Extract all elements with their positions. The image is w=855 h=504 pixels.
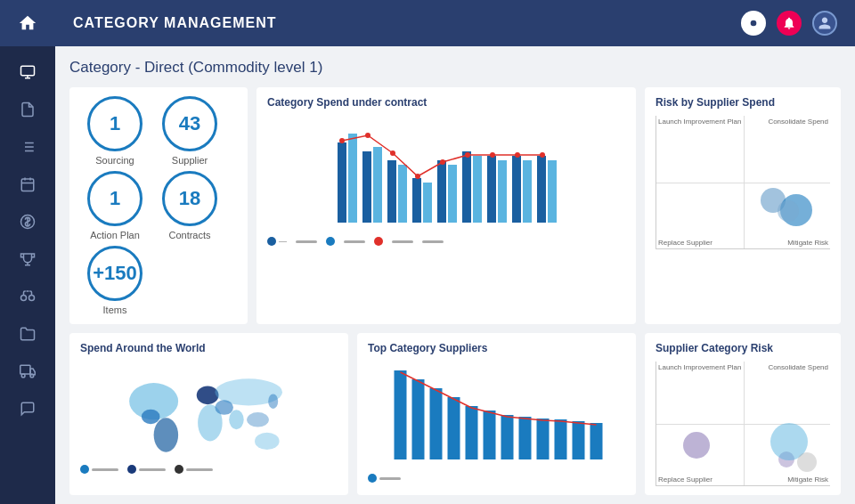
svg-rect-23 [348, 134, 357, 223]
kpi-items-circle: +150 [87, 246, 142, 301]
main-content: CATEGORY MANAGEMENT Category - Direct (C… [55, 0, 855, 504]
kpi-items: +150 Items [80, 246, 150, 315]
header: CATEGORY MANAGEMENT [55, 0, 855, 46]
v-line [744, 116, 745, 248]
svg-point-17 [29, 296, 35, 301]
risk-supplier-title: Risk by Supplier Spend [656, 96, 830, 109]
srisk-bl-label: Replace Supplier [658, 476, 712, 484]
sidebar-item-calendar[interactable] [0, 166, 55, 203]
svg-point-58 [255, 433, 280, 450]
sidebar-item-monitor[interactable] [0, 53, 55, 91]
kpi-contracts-circle: 18 [162, 171, 217, 226]
kpi-action-circle: 1 [87, 171, 142, 226]
page-title: Category - Direct (Commodity level 1) [69, 59, 841, 77]
risk-tl-label: Launch Improvement Plan [658, 118, 741, 126]
spend-chart-title: Category Spend under contract [267, 96, 625, 109]
world-map-container [80, 362, 338, 459]
bubble-3 [778, 200, 799, 222]
svg-rect-37 [523, 160, 532, 223]
svg-rect-71 [590, 423, 603, 459]
sidebar-item-chat[interactable] [0, 390, 55, 427]
sidebar-item-list[interactable] [0, 128, 55, 166]
sidebar-home-button[interactable] [0, 0, 55, 46]
top-suppliers-chart [368, 362, 625, 468]
svg-point-55 [215, 400, 233, 415]
svg-point-45 [465, 152, 470, 158]
srisk-bubble-1 [683, 432, 710, 459]
svg-point-21 [751, 20, 757, 27]
srisk-v-line [744, 362, 745, 485]
world-map-legend [80, 465, 338, 474]
svg-rect-35 [498, 160, 507, 223]
svg-point-52 [197, 386, 219, 405]
kpi-panel: 1 Sourcing 43 Supplier 1 Action Plan 18 … [69, 87, 248, 324]
svg-rect-60 [395, 370, 407, 459]
sidebar-item-dollar[interactable] [0, 203, 55, 240]
world-map-svg [80, 362, 338, 459]
user-avatar[interactable] [812, 11, 837, 36]
sidebar-item-trophy[interactable] [0, 240, 55, 278]
srisk-tl-label: Launch Improvement Plan [658, 363, 741, 371]
header-icons [741, 11, 837, 36]
svg-rect-0 [21, 66, 35, 76]
svg-point-44 [440, 159, 445, 165]
svg-rect-18 [20, 365, 30, 374]
world-map-panel: Spend Around the World [69, 333, 348, 495]
risk-br-label: Mitigate Risk [787, 239, 828, 247]
sidebar-item-file[interactable] [0, 91, 55, 128]
svg-rect-70 [573, 421, 585, 459]
svg-point-50 [142, 410, 160, 425]
svg-rect-22 [338, 142, 346, 223]
svg-rect-32 [462, 151, 471, 223]
sidebar-item-binoculars[interactable] [0, 278, 55, 315]
svg-rect-28 [412, 178, 421, 223]
kpi-supplier: 43 Supplier [155, 96, 224, 166]
svg-rect-65 [484, 411, 496, 459]
svg-point-19 [21, 374, 25, 378]
svg-rect-9 [21, 179, 34, 191]
risk-supplier-panel: Risk by Supplier Spend Launch Improvemen… [645, 87, 841, 324]
sidebar-item-truck[interactable] [0, 353, 55, 390]
svg-rect-36 [512, 156, 521, 223]
risk-tr-label: Consolidate Spend [768, 118, 828, 126]
notification-icon-white[interactable] [741, 11, 766, 36]
supplier-risk-panel: Supplier Category Risk Launch Improvemen… [645, 333, 841, 495]
sidebar-item-folder[interactable] [0, 315, 55, 353]
kpi-sourcing-circle: 1 [87, 96, 142, 151]
kpi-supplier-circle: 43 [162, 96, 217, 151]
svg-rect-38 [537, 156, 546, 223]
svg-point-40 [339, 138, 345, 143]
notification-icon-red[interactable] [777, 11, 802, 36]
risk-bl-label: Replace Supplier [658, 239, 712, 247]
kpi-action-plan: 1 Action Plan [80, 171, 150, 240]
svg-point-20 [30, 374, 34, 378]
spend-bar-chart [267, 116, 625, 232]
svg-rect-29 [423, 183, 432, 223]
top-suppliers-title: Top Category Suppliers [368, 342, 625, 354]
supplier-risk-title: Supplier Category Risk [656, 342, 830, 354]
svg-point-56 [229, 410, 244, 429]
svg-point-16 [21, 296, 27, 301]
svg-rect-63 [448, 397, 460, 459]
svg-point-46 [490, 152, 495, 158]
srisk-bubble-4 [797, 452, 817, 472]
world-map-title: Spend Around the World [80, 342, 338, 354]
svg-rect-33 [473, 156, 482, 223]
spend-chart-svg [267, 116, 625, 232]
srisk-br-label: Mitigate Risk [787, 476, 828, 484]
svg-rect-66 [501, 415, 514, 459]
svg-rect-39 [548, 160, 557, 223]
svg-point-41 [365, 133, 370, 138]
svg-rect-61 [412, 379, 425, 459]
spend-chart-legend: — [267, 237, 625, 246]
svg-rect-67 [519, 417, 532, 459]
supplier-risk-grid: Launch Improvement Plan Consolidate Spen… [656, 362, 830, 486]
srisk-tr-label: Consolidate Spend [768, 363, 828, 371]
row-2: Spend Around the World [69, 333, 841, 495]
svg-rect-26 [387, 160, 396, 223]
svg-point-59 [268, 394, 278, 409]
svg-point-48 [540, 152, 545, 158]
svg-point-42 [390, 150, 395, 156]
top-suppliers-svg [368, 362, 625, 468]
svg-rect-30 [437, 160, 446, 223]
